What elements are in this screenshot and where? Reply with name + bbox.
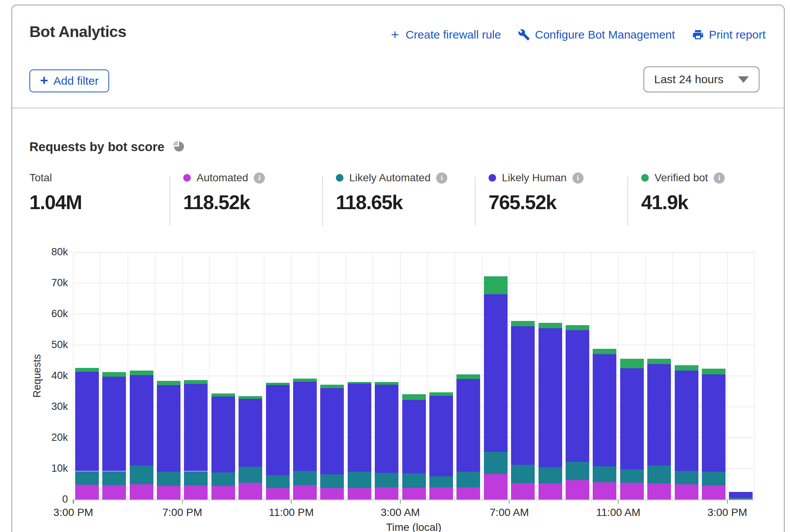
- bar-3[interactable]: [157, 381, 181, 500]
- bar-6[interactable]: [239, 396, 262, 500]
- bar-24[interactable]: [729, 492, 753, 500]
- bar-19[interactable]: [593, 349, 616, 500]
- bar-segment-likely-human: [538, 328, 562, 467]
- bar-segment-likely-human: [130, 375, 153, 466]
- gridline-v: [73, 252, 74, 500]
- bar-segment-automated: [566, 480, 589, 500]
- bar-segment-likely-automated: [293, 471, 317, 485]
- y-tick-label: 20k: [12, 432, 68, 443]
- stat-automated: Automated i 118.52k: [183, 172, 265, 214]
- bar-18[interactable]: [566, 325, 589, 500]
- bar-5[interactable]: [211, 393, 235, 500]
- gridline-v: [455, 252, 455, 500]
- pie-chart-icon[interactable]: [173, 140, 184, 153]
- automated-dot: [183, 174, 191, 182]
- bar-16[interactable]: [511, 321, 535, 500]
- bar-segment-likely-automated: [375, 473, 398, 487]
- configure-bot-management-link[interactable]: Configure Bot Management: [518, 28, 675, 41]
- bar-segment-likely-automated: [320, 474, 344, 488]
- y-tick-label: 30k: [12, 401, 68, 413]
- gridline-v: [291, 252, 292, 500]
- bar-segment-likely-automated: [429, 476, 453, 487]
- info-icon[interactable]: i: [572, 172, 584, 184]
- time-range-select[interactable]: Last 24 hours: [643, 66, 759, 92]
- x-tick-mark: [400, 500, 401, 504]
- bar-2[interactable]: [130, 371, 153, 500]
- bar-14[interactable]: [456, 374, 480, 500]
- bar-21[interactable]: [647, 359, 671, 500]
- bar-segment-automated: [729, 499, 753, 500]
- add-filter-button[interactable]: + Add filter: [29, 69, 109, 92]
- bar-20[interactable]: [620, 359, 644, 500]
- x-tick-mark: [618, 500, 619, 504]
- action-link-label: Print report: [709, 28, 766, 41]
- gridline-v: [591, 252, 592, 500]
- print-report-link[interactable]: Print report: [692, 28, 766, 41]
- bar-segment-automated: [184, 485, 208, 500]
- x-tick-label: 11:00 AM: [596, 506, 640, 519]
- bar-8[interactable]: [293, 379, 317, 500]
- info-icon[interactable]: i: [436, 172, 447, 184]
- gridline-v: [509, 252, 509, 500]
- bar-segment-likely-automated: [157, 472, 181, 486]
- bar-22[interactable]: [675, 365, 698, 500]
- bar-segment-verified-bot: [593, 349, 616, 355]
- bar-15[interactable]: [484, 276, 508, 500]
- x-tick-label: 7:00 AM: [490, 506, 529, 519]
- bar-segment-verified-bot: [348, 382, 371, 384]
- bar-segment-likely-automated: [102, 471, 126, 485]
- bar-segment-likely-human: [239, 399, 262, 467]
- y-tick-label: 40k: [12, 370, 68, 382]
- info-icon[interactable]: i: [254, 172, 265, 184]
- bar-segment-likely-human: [429, 396, 453, 476]
- bar-segment-verified-bot: [538, 323, 562, 329]
- bar-7[interactable]: [266, 383, 290, 500]
- gridline-v: [236, 252, 237, 500]
- bar-segment-likely-automated: [402, 473, 426, 488]
- section-title: Requests by bot score: [29, 140, 164, 154]
- bar-9[interactable]: [320, 385, 344, 500]
- bar-17[interactable]: [538, 323, 562, 500]
- stat-verified-bot-value: 41.9k: [641, 191, 725, 214]
- bar-23[interactable]: [702, 369, 726, 500]
- bar-segment-likely-automated: [211, 472, 235, 486]
- bar-11[interactable]: [375, 382, 398, 500]
- gridline-v: [264, 252, 264, 500]
- x-axis-title: Time (local): [386, 521, 441, 532]
- stat-total-value: 1.04M: [29, 191, 82, 214]
- action-link-label: Create firewall rule: [406, 28, 501, 41]
- gridline-v: [618, 252, 619, 500]
- bar-segment-likely-human: [511, 326, 535, 465]
- bar-10[interactable]: [348, 382, 371, 500]
- plus-icon: [389, 29, 401, 40]
- gridline-h: [73, 283, 755, 284]
- bar-segment-likely-human: [456, 379, 480, 472]
- bar-segment-likely-human: [647, 364, 671, 466]
- bar-segment-automated: [239, 483, 262, 500]
- bar-segment-likely-human: [402, 400, 426, 473]
- bar-segment-automated: [211, 486, 235, 500]
- bar-segment-likely-human: [702, 374, 726, 472]
- bar-segment-likely-human: [675, 371, 698, 471]
- bar-segment-automated: [293, 485, 317, 500]
- info-icon[interactable]: i: [714, 172, 725, 184]
- x-tick-label: 7:00 PM: [162, 506, 202, 519]
- bar-segment-verified-bot: [702, 369, 726, 374]
- gridline-v: [318, 252, 319, 500]
- bar-segment-likely-automated: [239, 467, 262, 483]
- gridline-v: [155, 252, 155, 500]
- bar-1[interactable]: [102, 372, 126, 500]
- bar-segment-verified-bot: [402, 394, 426, 400]
- bar-4[interactable]: [184, 380, 208, 500]
- bar-12[interactable]: [402, 394, 426, 500]
- bar-0[interactable]: [75, 368, 99, 500]
- bar-segment-automated: [675, 484, 698, 500]
- bar-segment-verified-bot: [293, 379, 317, 381]
- filter-header: Bot Analytics Create firewall rule Confi…: [12, 5, 784, 108]
- create-firewall-rule-link[interactable]: Create firewall rule: [389, 28, 501, 41]
- bar-13[interactable]: [429, 392, 453, 500]
- action-link-label: Configure Bot Management: [535, 28, 675, 41]
- bar-segment-likely-human: [157, 385, 181, 472]
- bar-segment-likely-automated: [675, 471, 698, 484]
- bar-segment-likely-human: [729, 492, 753, 498]
